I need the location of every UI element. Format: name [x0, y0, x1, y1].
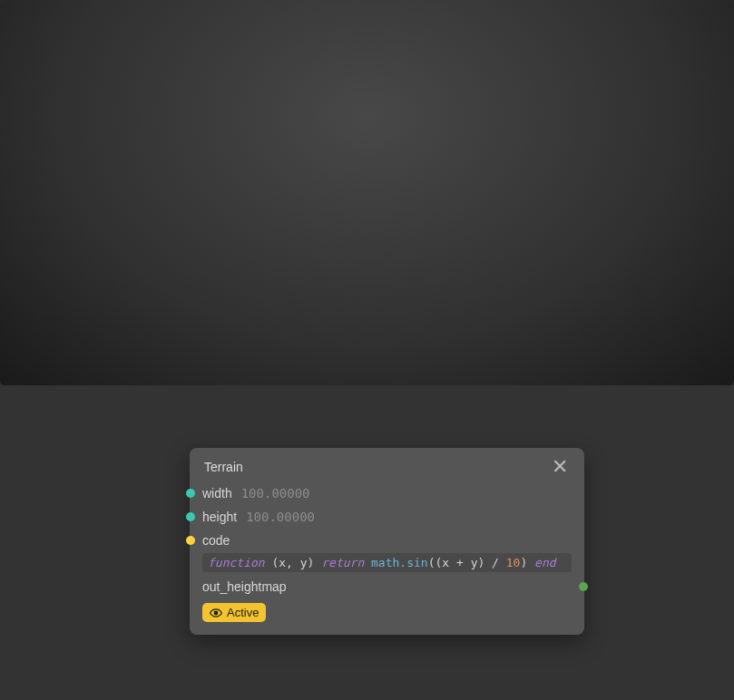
code-token: y: [300, 556, 308, 569]
code-token: ): [308, 556, 315, 569]
code-token: x: [279, 556, 286, 569]
code-token: ((: [428, 556, 443, 569]
code-token: end: [534, 556, 555, 569]
code-token: function: [208, 556, 265, 569]
output-port-heightmap[interactable]: [579, 582, 588, 591]
active-label: Active: [227, 606, 259, 619]
param-row-height[interactable]: height 100.00000: [202, 506, 572, 528]
input-port-width[interactable]: [186, 489, 195, 498]
viewport-3d[interactable]: [0, 0, 734, 385]
input-port-height[interactable]: [186, 512, 195, 521]
active-toggle[interactable]: Active: [202, 603, 266, 622]
code-editor[interactable]: function (x, y) return math.sin((x + y) …: [202, 553, 572, 572]
eye-icon: [210, 607, 222, 619]
code-token: 10: [506, 556, 521, 569]
code-token: return: [321, 556, 364, 569]
param-row-width[interactable]: width 100.00000: [202, 482, 572, 504]
param-label: height: [202, 510, 237, 524]
input-port-code[interactable]: [186, 536, 195, 545]
code-token: x: [442, 556, 449, 569]
param-label: width: [202, 486, 232, 501]
node-title: Terrain: [204, 460, 243, 474]
code-token: ,: [286, 556, 300, 569]
param-value[interactable]: 100.00000: [246, 510, 315, 524]
code-token: ): [520, 556, 527, 569]
code-token: +: [449, 556, 470, 569]
close-icon[interactable]: ✕: [550, 457, 570, 477]
svg-point-1600: [214, 611, 218, 615]
param-value[interactable]: 100.00000: [241, 486, 310, 501]
param-row-out-heightmap[interactable]: out_heightmap: [202, 576, 572, 598]
code-token: math.sin: [371, 556, 428, 569]
code-token: ) /: [477, 556, 505, 569]
node-editor-area[interactable]: Terrain ✕ width 100.00000 height 100.000…: [0, 385, 734, 700]
param-label: out_heightmap: [202, 579, 287, 594]
terrain-surface: [0, 0, 734, 385]
node-terrain[interactable]: Terrain ✕ width 100.00000 height 100.000…: [190, 448, 584, 635]
param-label: code: [202, 533, 230, 548]
param-row-code[interactable]: code: [202, 530, 572, 551]
